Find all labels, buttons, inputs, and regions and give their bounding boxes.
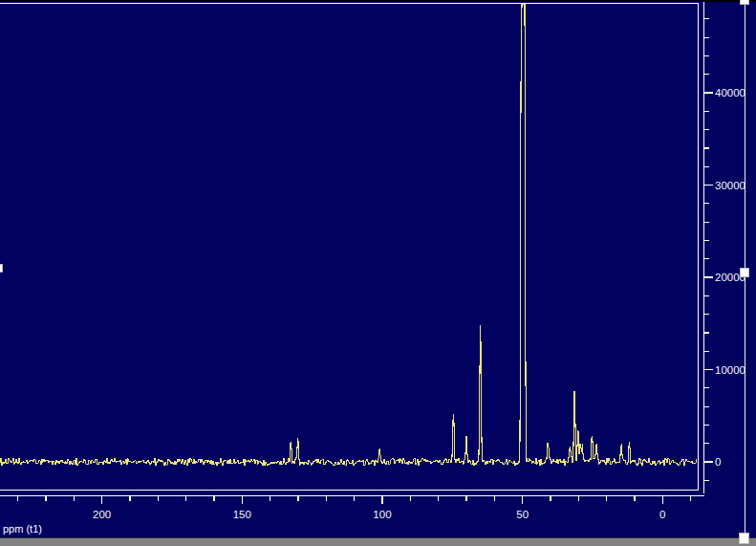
scale-slider-handle-middle[interactable] [740, 268, 749, 277]
x-axis-unit-label: ppm (t1) [3, 523, 42, 535]
spectrum-canvas[interactable] [0, 3, 698, 490]
status-bar [0, 537, 756, 546]
x-tick-label: 0 [659, 509, 665, 520]
x-axis: 200150100500 [0, 496, 704, 521]
x-tick-label: 200 [93, 509, 111, 520]
y-tick-label: 10000 [715, 364, 745, 376]
left-scale-slider-handle[interactable] [0, 264, 3, 273]
y-tick-label: 40000 [715, 87, 745, 98]
x-tick-label: 50 [516, 509, 529, 520]
scale-slider-handle-bottom[interactable] [739, 533, 749, 544]
y-tick-label: 30000 [715, 180, 745, 191]
nmr-viewer-window: 200150100500400003000020000100000 ppm (t… [0, 0, 756, 546]
y-axis: 400003000020000100000 [704, 2, 745, 493]
x-tick-label: 100 [373, 509, 391, 520]
scale-slider-handle-top[interactable] [740, 0, 749, 5]
top-border [0, 0, 756, 2]
y-tick-label: 0 [715, 456, 721, 468]
x-tick-label: 150 [233, 509, 251, 520]
spectrum-plot: 200150100500400003000020000100000 [0, 0, 756, 546]
